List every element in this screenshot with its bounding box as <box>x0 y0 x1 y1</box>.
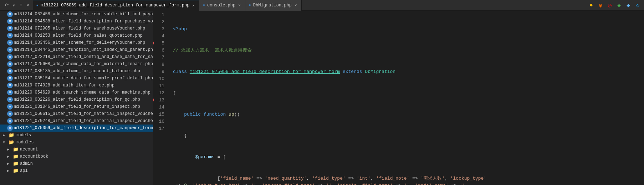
code-editor[interactable]: 1 2 3 4 5 6 7 8 9 10 11 12 13 14 15 16 1… <box>153 11 644 185</box>
code-line-1: <?php <box>173 26 644 33</box>
opera-icon[interactable]: ◎ <box>606 2 613 9</box>
folder-admin[interactable]: ▶ 📁 admin <box>0 160 153 167</box>
file-item[interactable]: m m181217_022218_alter_field_config_and_… <box>0 53 153 60</box>
code-line-6: { <box>173 132 644 139</box>
folder-label: api <box>20 168 28 173</box>
line-num-17: 17 <box>153 125 167 132</box>
chevron-down-icon: ▼ <box>3 141 7 144</box>
browser-icons: ● ◉ ◎ ◈ ◆ ◇ <box>588 2 644 9</box>
folder-api[interactable]: ▶ 📁 api <box>0 167 153 174</box>
tab-bar: ⟳ ⇄ ≡ ✕ ● m181221_075059_add_field_descr… <box>0 0 644 11</box>
file-item[interactable]: m m181220_054629_add_search_scheme_data_… <box>0 89 153 96</box>
file-item[interactable]: m m181217_085154_update_data_for_sample_… <box>0 75 153 82</box>
tab-label: console.php <box>207 3 235 8</box>
folder-label: account <box>20 147 38 152</box>
folder-icon: 📁 <box>13 168 19 174</box>
breakpoint-13 <box>153 98 154 102</box>
tab-label: m181221_075059_add_field_description_for… <box>41 3 190 8</box>
line-num-14: 14 <box>153 104 167 111</box>
code-line-8: ['field_name' => 'need_quantity', 'field… <box>173 175 644 185</box>
file-dot-icon: ● <box>249 3 251 7</box>
tab-actions: ⟳ ⇄ ≡ ✕ <box>1 2 33 9</box>
file-dot-icon: m <box>7 118 13 124</box>
file-dot-icon: m <box>7 18 13 24</box>
folder-models[interactable]: ▶ 📁 models <box>0 132 153 139</box>
file-dot-icon: m <box>7 125 13 131</box>
chevron-right-icon: ▶ <box>7 162 11 166</box>
file-name: m181214_084445_alter_function_unit_index… <box>14 47 153 52</box>
folder-modules[interactable]: ▼ 📂 modules <box>0 139 153 146</box>
file-dot-icon: m <box>7 26 13 31</box>
file-name: m181220_054629_add_search_scheme_data_fo… <box>14 90 150 95</box>
line-num-16: 16 <box>153 118 167 125</box>
code-line-4: { <box>173 90 644 97</box>
file-dot-icon: ● <box>203 3 205 7</box>
line-num-3: 3 <box>153 26 167 33</box>
file-dot-icon: m <box>7 33 13 38</box>
ie-icon[interactable]: ◇ <box>634 2 641 9</box>
file-dot-icon: m <box>7 104 13 110</box>
safari-icon[interactable]: ◆ <box>625 2 632 9</box>
firefox-icon[interactable]: ◉ <box>597 2 604 9</box>
settings-icon[interactable]: ≡ <box>18 2 24 9</box>
chevron-right-icon: ▶ <box>7 154 11 159</box>
tab-close-icon[interactable]: ✕ <box>237 2 241 8</box>
folder-icon: 📁 <box>13 147 19 152</box>
file-item[interactable]: m m181221_031046_alter_field_for_return_… <box>0 103 153 110</box>
file-item[interactable]: m m181217_085135_add_column_for_account_… <box>0 68 153 75</box>
folder-account[interactable]: ▶ 📁 account <box>0 146 153 153</box>
file-dot-icon: m <box>7 97 13 102</box>
tab-dbmigration[interactable]: ● DbMigration.php ✕ <box>245 0 302 11</box>
node-icon[interactable]: ◈ <box>615 2 623 9</box>
file-item[interactable]: m m181214_083456_alter_scheme_for_delive… <box>0 39 153 46</box>
file-item[interactable]: m m181214_062458_add_scheme_for_receivab… <box>0 11 153 18</box>
chevron-right-icon: ▶ <box>7 147 11 152</box>
file-item[interactable]: m m181217_025608_add_scheme_data_for_mat… <box>0 60 153 68</box>
folder-label: modules <box>16 140 34 145</box>
file-dot-icon: m <box>7 68 13 74</box>
tab-manpower-form[interactable]: ● m181221_075059_add_field_description_f… <box>33 0 199 11</box>
file-dot-icon: m <box>7 75 13 81</box>
file-item[interactable]: m m181214_072905_alter_field_for_warehou… <box>0 25 153 32</box>
file-dot-icon: m <box>7 47 13 53</box>
tab-close-icon[interactable]: ✕ <box>294 2 298 8</box>
file-name: m181214_083456_alter_scheme_for_delivery… <box>14 40 145 45</box>
file-item[interactable]: m m181214_064538_alter_field_description… <box>0 18 153 25</box>
chevron-right-icon: ▶ <box>7 169 11 173</box>
file-dot-icon: m <box>7 54 13 60</box>
file-dot-icon: ● <box>36 4 39 7</box>
file-name: m181214_062458_add_scheme_for_receivable… <box>14 12 153 17</box>
folder-label: accountbook <box>20 154 48 159</box>
folder-label: models <box>16 133 31 138</box>
file-item[interactable]: m m181214_084445_alter_function_unit_ind… <box>0 46 153 53</box>
tab-close-icon[interactable]: ✕ <box>191 3 195 8</box>
file-name: m181217_025608_add_scheme_data_for_mater… <box>14 62 153 67</box>
file-item[interactable]: m m181221_070248_alter_field_for_materia… <box>0 117 153 125</box>
main-area: m m181214_062458_add_scheme_for_receivab… <box>0 11 644 185</box>
file-dot-icon: m <box>7 40 13 46</box>
line-num-4: 4 <box>153 33 167 40</box>
refresh-icon[interactable]: ⟳ <box>4 2 10 9</box>
folder-icon: 📁 <box>13 161 19 166</box>
chrome-icon[interactable]: ● <box>588 2 595 9</box>
file-name: m181221_070248_alter_field_for_material_… <box>14 118 153 123</box>
file-dot-icon: m <box>7 83 13 88</box>
folder-accountbook[interactable]: ▶ 📁 accountbook <box>0 153 153 160</box>
file-name: m181217_085135_add_column_for_account_ba… <box>14 69 140 74</box>
line-num-15: 15 <box>153 111 167 118</box>
tab-console[interactable]: ● console.php ✕ <box>199 0 245 11</box>
line-num-2: 2 <box>153 18 167 26</box>
close-all-icon[interactable]: ✕ <box>25 2 30 9</box>
code-line-5: public function up() <box>173 111 644 118</box>
file-dot-icon: m <box>7 11 13 17</box>
file-item-selected[interactable]: m m181221_075059_add_field_description_f… <box>0 125 153 132</box>
file-item[interactable]: m m181221_060615_alter_field_for_materia… <box>0 110 153 117</box>
folder-icon: 📁 <box>9 132 14 138</box>
file-item[interactable]: m m181220_082226_alter_field_description… <box>0 96 153 103</box>
line-num-6: 6 <box>153 47 167 54</box>
split-icon[interactable]: ⇄ <box>11 2 17 9</box>
file-item[interactable]: m m181214_081253_alter_field_for_sales_q… <box>0 32 153 39</box>
file-item[interactable]: m m181219_074928_add_auth_item_for_qc.ph… <box>0 82 153 89</box>
file-name: m181219_074928_add_auth_item_for_qc.php <box>14 83 114 88</box>
line-num-10: 10 <box>153 75 167 83</box>
